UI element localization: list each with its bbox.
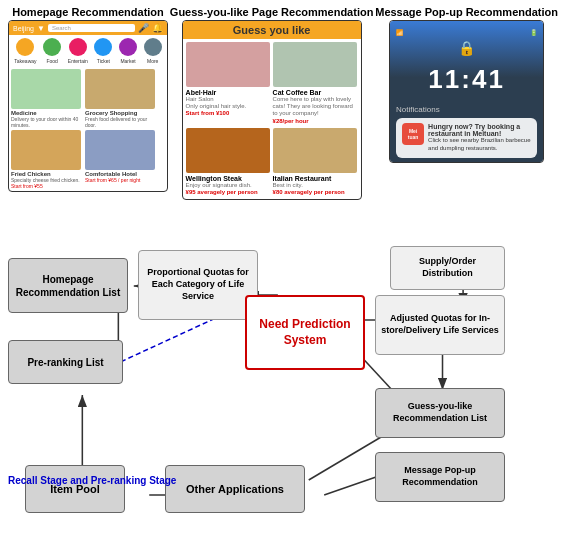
status-bar: 📶 🔋 [396, 29, 537, 36]
need-prediction-box: Need Prediction System [245, 295, 365, 370]
popup-mockup-wrapper: Message Pop-up Recommendation 📶 🔋 🔒 11:4… [375, 6, 558, 236]
guess-mockup-wrapper: Guess-you-like Page Recommendation Guess… [170, 6, 374, 236]
category-market[interactable]: Market [119, 38, 137, 64]
guess-items-grid: Abel·Hair Hair Salon Only original hair … [183, 39, 361, 199]
notif-icon: 🔔 [152, 23, 163, 33]
category-entertainment[interactable]: Entertain [68, 38, 88, 64]
guess-item-salon[interactable]: Abel·Hair Hair Salon Only original hair … [186, 42, 270, 125]
adjusted-quotas-box: Adjusted Quotas for In-store/Delivery Li… [375, 295, 505, 355]
lock-icon: 🔒 [396, 40, 537, 56]
homepage-rec-list-box: Homepage Recommendation List [8, 258, 128, 313]
home-search-bar: Beijing ▼ Search 🎤 🔔 [9, 21, 167, 35]
preranking-box: Pre-ranking List [8, 340, 123, 384]
mic-icon: 🎤 [138, 23, 149, 33]
notification-text: Hungry now? Try booking a restaurant in … [428, 123, 531, 153]
city-label: Beijing [13, 25, 34, 32]
guess-rec-list-box: Guess-you-like Recommendation List [375, 388, 505, 438]
guess-item-steak[interactable]: Wellington Steak Enjoy our signature dis… [186, 128, 270, 196]
message-popup-box: Message Pop-up Recommendation [375, 452, 505, 502]
home-products-grid: Medicine Delivery to your door within 40… [9, 67, 167, 191]
diagram-section: Homepage Recommendation List Proportiona… [0, 240, 566, 540]
product-chicken[interactable]: Fried Chicken Specialty cheese fried chi… [11, 130, 83, 189]
search-input[interactable]: Search [48, 24, 135, 32]
category-takeaway[interactable]: Takeaway [14, 38, 36, 64]
product-medicine[interactable]: Medicine Delivery to your door within 40… [11, 69, 83, 128]
homepage-mockup: Beijing ▼ Search 🎤 🔔 Takeaway Food Enter… [8, 20, 168, 192]
italian-img [273, 128, 357, 173]
salon-img [186, 42, 270, 87]
category-ticket[interactable]: Ticket [94, 38, 112, 64]
category-more[interactable]: More [144, 38, 162, 64]
notifications-label: Notifications [396, 105, 537, 114]
homepage-label: Homepage Recommendation [12, 6, 164, 18]
guess-mockup: Guess you like Abel·Hair Hair Salon Only… [182, 20, 362, 200]
top-section: Homepage Recommendation Beijing ▼ Search… [0, 0, 566, 240]
guess-header: Guess you like [183, 21, 361, 39]
popup-mockup: 📶 🔋 🔒 11:41 Notifications Mei tuan Hungr… [389, 20, 544, 163]
proportional-quotas-box: Proportional Quotas for Each Category of… [138, 250, 258, 320]
product-grocery[interactable]: Grocery Shopping Fresh food delivered to… [85, 69, 157, 128]
supply-order-box: Supply/Order Distribution [390, 246, 505, 290]
other-apps-box: Other Applications [165, 465, 305, 513]
guess-label: Guess-you-like Page Recommendation [170, 6, 374, 18]
steak-img [186, 128, 270, 173]
recall-stage-label: Recall Stage and Pre-ranking Stage [8, 474, 176, 488]
item-pool-box: Item Pool [25, 465, 125, 513]
cat-img [273, 42, 357, 87]
search-icon: ▼ [37, 24, 45, 33]
popup-label: Message Pop-up Recommendation [375, 6, 558, 18]
notification-card: Mei tuan Hungry now? Try booking a resta… [396, 118, 537, 158]
meituan-avatar: Mei tuan [402, 123, 424, 145]
product-hotel[interactable]: Comfortable Hotel Start from ¥65 / per n… [85, 130, 157, 189]
popup-time: 11:41 [396, 64, 537, 95]
guess-item-cat[interactable]: Cat Coffee Bar Come here to play with lo… [273, 42, 357, 125]
home-categories-row: Takeaway Food Entertain Ticket Market [9, 35, 167, 67]
homepage-mockup-wrapper: Homepage Recommendation Beijing ▼ Search… [8, 6, 168, 236]
guess-item-italian[interactable]: Italian Restaurant Best in city. ¥80 ave… [273, 128, 357, 196]
category-food[interactable]: Food [43, 38, 61, 64]
phone-screen: 📶 🔋 🔒 11:41 Notifications Mei tuan Hungr… [390, 21, 543, 162]
